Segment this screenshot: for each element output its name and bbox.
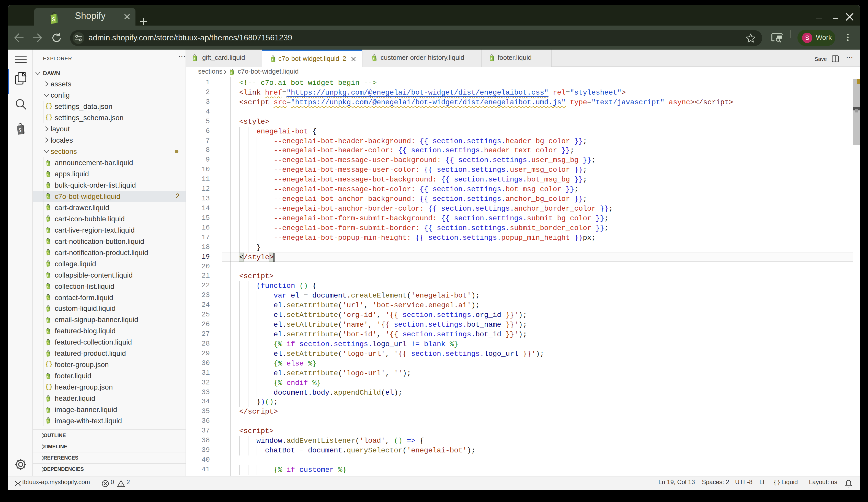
svg-text:S: S (46, 420, 48, 423)
svg-text:S: S (373, 57, 374, 60)
svg-text:S: S (46, 375, 48, 378)
svg-text:S: S (46, 263, 48, 266)
svg-text:S: S (46, 240, 48, 244)
svg-text:S: S (46, 408, 48, 412)
svg-text:S: S (46, 206, 48, 210)
svg-text:S: S (46, 229, 48, 232)
svg-text:S: S (46, 319, 48, 322)
svg-text:S: S (46, 341, 48, 345)
svg-text:S: S (271, 58, 273, 61)
svg-text:S: S (46, 217, 48, 221)
svg-text:S: S (46, 352, 48, 356)
svg-text:S: S (46, 330, 48, 333)
svg-text:S: S (46, 195, 48, 199)
svg-text:S: S (46, 285, 48, 289)
svg-text:S: S (52, 16, 55, 22)
svg-text:S: S (46, 307, 48, 311)
svg-text:S: S (46, 274, 48, 277)
svg-text:S: S (490, 57, 492, 60)
svg-text:S: S (46, 397, 48, 401)
svg-text:S: S (46, 296, 48, 300)
svg-text:S: S (46, 162, 48, 165)
svg-text:S: S (193, 57, 195, 60)
svg-text:S: S (230, 71, 232, 74)
svg-text:S: S (46, 184, 48, 188)
svg-text:S: S (46, 251, 48, 255)
svg-text:S: S (46, 173, 48, 176)
svg-text:S: S (18, 127, 21, 133)
